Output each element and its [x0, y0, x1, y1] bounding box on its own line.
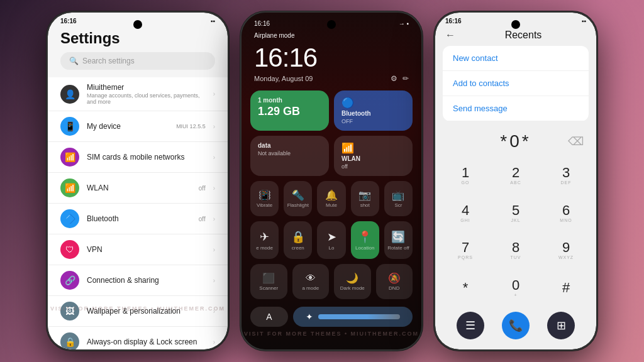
settings-item-miuithemer[interactable]: 👤 Miuithemer Manage accounts, cloud serv…: [48, 77, 228, 111]
cc-lo-tile[interactable]: ➤ Lo: [317, 221, 345, 259]
vpn-text: VPN: [87, 245, 206, 254]
scr-icon: 📺: [392, 189, 404, 201]
lo-label: Lo: [329, 245, 335, 251]
settings-item-my-device[interactable]: 📱 My device MIUI 12.5.5 ›: [48, 111, 228, 142]
settings-item-sim[interactable]: 📶 SIM cards & mobile networks ›: [48, 142, 228, 173]
settings-item-connection-sharing[interactable]: 🔗 Connection & sharing ›: [48, 265, 228, 296]
sim-text: SIM cards & mobile networks: [87, 153, 206, 162]
new-contact-item[interactable]: New contact: [443, 46, 589, 71]
settings-icon-cc[interactable]: ⚙: [391, 74, 397, 83]
dnd-icon: 🔕: [388, 272, 401, 284]
cc-wlan-tile[interactable]: 📶 WLAN off: [334, 136, 413, 176]
cc-time: 16:16: [242, 41, 421, 73]
amode-label: a mode: [302, 285, 319, 291]
cc-a-tile[interactable]: A: [250, 307, 288, 327]
edit-icon-cc[interactable]: ✏: [402, 74, 409, 83]
connection-sharing-arrow: ›: [213, 277, 215, 284]
key-8[interactable]: 8 TUV: [491, 232, 541, 270]
cc-status-icons: → ▪: [399, 20, 409, 27]
settings-item-vpn[interactable]: 🛡 VPN ›: [48, 234, 228, 265]
dialer-menu-button[interactable]: ☰: [457, 312, 484, 339]
key-9[interactable]: 9 WXYZ: [541, 232, 591, 270]
key-6[interactable]: 6 MNO: [541, 194, 591, 232]
cc-brightness-tile[interactable]: ✦: [293, 307, 413, 327]
add-to-contacts-item[interactable]: Add to contacts: [443, 71, 589, 96]
punch-hole-center: [327, 20, 336, 29]
dialer-call-button[interactable]: 📞: [502, 312, 530, 339]
key-0[interactable]: 0 +: [491, 269, 541, 307]
cc-mute-tile[interactable]: 🔔 Mute: [317, 181, 345, 216]
dialer-keypad: 1 GO 2 ABC 3 DEF 4 GHI 5 JKL: [435, 156, 596, 307]
cc-scanner-tile[interactable]: ⬛ Scanner: [250, 264, 287, 299]
always-on-label: Always-on display & Lock screen: [87, 337, 206, 346]
vpn-label: VPN: [87, 245, 206, 254]
scanner-icon: ⬛: [262, 272, 275, 284]
punch-hole-right: [511, 20, 520, 29]
cc-data-value: 1.29 GB: [258, 105, 321, 118]
miuithemer-avatar: 👤: [60, 85, 79, 104]
miuithemer-arrow: ›: [213, 90, 215, 97]
cc-amode-tile[interactable]: 👁 a mode: [292, 264, 330, 299]
search-placeholder: Search settings: [82, 57, 135, 65]
dnd-label: DND: [389, 285, 399, 291]
send-message-item[interactable]: Send message: [443, 96, 589, 121]
bluetooth-value: off: [199, 216, 206, 222]
key-5[interactable]: 5 JKL: [491, 194, 541, 232]
settings-search-bar[interactable]: 🔍 Search settings: [60, 52, 215, 70]
cc-darkmode-tile[interactable]: 🌙 Dark mode: [334, 264, 371, 299]
always-on-text: Always-on display & Lock screen: [87, 337, 206, 346]
brightness-slider[interactable]: [318, 314, 400, 319]
sim-icon: 📶: [60, 148, 79, 167]
my-device-arrow: ›: [213, 123, 215, 130]
key-hash[interactable]: #: [541, 269, 591, 307]
mute-icon: 🔔: [325, 189, 338, 201]
cc-bluetooth-label: Bluetooth: [341, 110, 405, 117]
cc-rotate-tile[interactable]: 🔄 Rotate off: [384, 221, 413, 259]
my-device-text: My device: [87, 122, 169, 131]
settings-item-wlan[interactable]: 📶 WLAN off ›: [48, 173, 228, 204]
dialer-number: *0*: [500, 131, 531, 151]
settings-item-bluetooth[interactable]: 🔷 Bluetooth off ›: [48, 204, 228, 234]
dialer-status-icons: ▪▪: [582, 18, 586, 25]
settings-item-always-on[interactable]: 🔒 Always-on display & Lock screen ›: [48, 327, 228, 349]
connection-sharing-icon: 🔗: [60, 271, 79, 290]
vibrate-label: Vibrate: [257, 202, 272, 208]
cc-data2-tile[interactable]: data Not available: [250, 136, 329, 176]
cc-flashlight-tile[interactable]: 🔦 Flashlight: [284, 181, 312, 216]
bluetooth-icon: 🔷: [60, 209, 79, 228]
key-2[interactable]: 2 ABC: [491, 156, 541, 194]
cc-dnd-tile[interactable]: 🔕 DND: [376, 264, 413, 299]
cc-vibrate-tile[interactable]: 📳 Vibrate: [250, 181, 279, 216]
flashlight-icon: 🔦: [292, 189, 304, 201]
key-7[interactable]: 7 PQRS: [440, 232, 491, 270]
cc-screen-tile[interactable]: 🔒 creen: [284, 221, 312, 259]
cc-scr-tile[interactable]: 📺 Scr: [384, 181, 413, 216]
backspace-button[interactable]: ⌫: [568, 134, 584, 148]
rotate-icon: 🔄: [391, 230, 405, 244]
key-star[interactable]: *: [440, 269, 491, 307]
wlan-text: WLAN: [87, 184, 191, 192]
phone-right: 16:16 ▪▪ ← Recents New contact Add to co…: [434, 11, 597, 351]
dialer-grid-button[interactable]: ⊞: [547, 312, 575, 339]
cc-wlan-label: WLAN: [341, 155, 405, 162]
cc-grid: 1 month 1.29 GB 🔵 Bluetooth OFF data Not…: [242, 88, 421, 302]
wlan-icon-cc: 📶: [341, 142, 405, 154]
back-button[interactable]: ←: [445, 30, 455, 41]
cc-location-tile[interactable]: 📍 Location: [351, 221, 379, 259]
key-3[interactable]: 3 DEF: [541, 156, 591, 194]
scanner-label: Scanner: [259, 285, 278, 291]
connection-sharing-text: Connection & sharing: [87, 276, 206, 285]
key-4[interactable]: 4 GHI: [440, 194, 491, 232]
cc-shot-tile[interactable]: 📷 shot: [351, 181, 379, 216]
key-1[interactable]: 1 GO: [440, 156, 491, 194]
cc-emode-tile[interactable]: ✈ e mode: [250, 221, 279, 259]
search-icon: 🔍: [69, 57, 79, 65]
cc-date: Monday, August 09: [254, 75, 313, 82]
cc-brightness-row: A ✦: [242, 302, 421, 327]
sim-label: SIM cards & mobile networks: [87, 153, 206, 162]
cc-data-tile[interactable]: 1 month 1.29 GB: [250, 90, 329, 131]
wlan-value: off: [199, 185, 206, 192]
dialer-header: ← Recents: [435, 27, 596, 46]
cc-bluetooth-tile[interactable]: 🔵 Bluetooth OFF: [334, 90, 413, 131]
cc-date-action-icons: ⚙ ✏: [391, 74, 409, 83]
